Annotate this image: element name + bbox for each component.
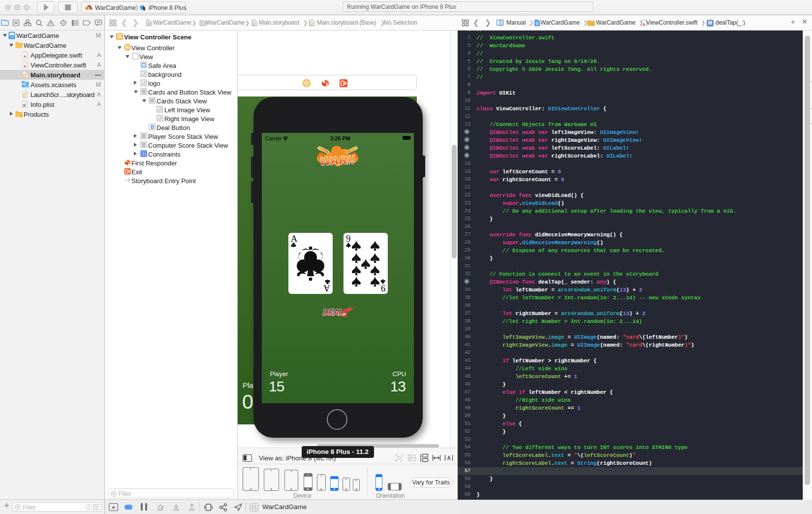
- svg-text:A: A: [447, 455, 450, 461]
- svg-text:1: 1: [326, 82, 328, 87]
- svg-text:B: B: [151, 125, 154, 130]
- svg-text:DEAL: DEAL: [323, 308, 344, 317]
- svg-text:WAR!!: WAR!!: [320, 153, 355, 168]
